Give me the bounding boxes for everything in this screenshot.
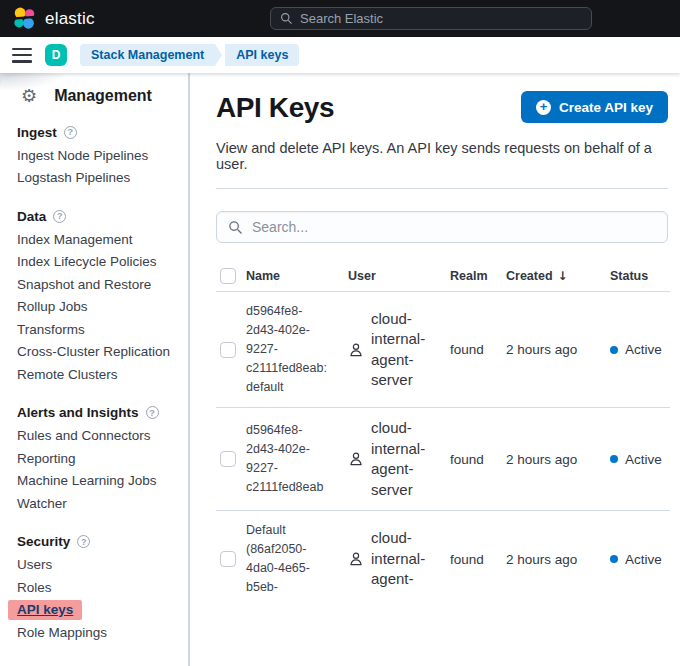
api-key-name: d5964fe8- 2d43-402e- 9227- c2111fed8eab	[246, 421, 348, 497]
content-area: ⚙ Management Ingest ? Ingest Node Pipeli…	[0, 73, 680, 666]
api-key-user: cloud- internal- agent- server	[348, 418, 450, 500]
management-sidebar: ⚙ Management Ingest ? Ingest Node Pipeli…	[0, 73, 190, 666]
api-key-realm: found	[450, 452, 506, 467]
sidebar-item-remote-clusters[interactable]: Remote Clusters	[17, 363, 188, 386]
section-label-text: Security	[17, 534, 70, 549]
sidebar-item-api-keys[interactable]: API keys	[17, 599, 188, 622]
create-api-key-button[interactable]: + Create API key	[521, 91, 668, 123]
api-key-status: Active	[610, 342, 670, 357]
status-badge: Active	[625, 342, 662, 357]
deployment-badge[interactable]: D	[45, 44, 67, 66]
sidebar-title: Management	[54, 87, 152, 105]
menu-hamburger-icon[interactable]	[12, 48, 32, 63]
api-keys-search-input[interactable]	[252, 219, 656, 235]
row-checkbox[interactable]	[220, 551, 236, 567]
column-header-realm[interactable]: Realm	[450, 269, 506, 283]
sidebar-item-roles[interactable]: Roles	[17, 576, 188, 599]
help-icon[interactable]: ?	[77, 535, 90, 548]
active-status-dot-icon	[610, 346, 618, 354]
search-icon	[228, 220, 243, 235]
sidebar-item-machine-learning-jobs[interactable]: Machine Learning Jobs	[17, 470, 188, 493]
plus-in-circle-icon: +	[536, 100, 551, 115]
sidebar-item-rules-and-connectors[interactable]: Rules and Connectors	[17, 425, 188, 448]
sidebar-section-ingest: Ingest ? Ingest Node Pipelines Logstash …	[17, 120, 188, 189]
section-label-data: Data ?	[17, 204, 188, 228]
api-key-user: cloud- internal- agent- server	[348, 309, 450, 391]
sidebar-item-index-lifecycle-policies[interactable]: Index Lifecycle Policies	[17, 251, 188, 274]
breadcrumb-stack-management[interactable]: Stack Management	[80, 44, 215, 66]
breadcrumb-api-keys[interactable]: API keys	[225, 44, 299, 66]
help-icon[interactable]: ?	[53, 210, 66, 223]
column-header-status[interactable]: Status	[610, 269, 670, 283]
sidebar-header: ⚙ Management	[21, 87, 188, 105]
user-icon	[348, 342, 364, 358]
sidebar-item-ingest-node-pipelines[interactable]: Ingest Node Pipelines	[17, 144, 188, 167]
help-icon[interactable]: ?	[64, 126, 77, 139]
section-label-alerts-and-insights: Alerts and Insights ?	[17, 401, 188, 425]
sidebar-section-data: Data ? Index Management Index Lifecycle …	[17, 204, 188, 386]
table-row: d5964fe8- 2d43-402e- 9227- c2111fed8eab …	[216, 408, 670, 511]
api-key-status: Active	[610, 552, 670, 567]
sidebar-item-reporting[interactable]: Reporting	[17, 447, 188, 470]
section-label-text: Ingest	[17, 125, 57, 140]
active-status-dot-icon	[610, 555, 618, 563]
sidebar-item-index-management[interactable]: Index Management	[17, 228, 188, 251]
help-icon[interactable]: ?	[146, 406, 159, 419]
section-label-security: Security ?	[17, 530, 188, 554]
breadcrumb-bar: D Stack Management API keys	[0, 37, 680, 73]
active-status-dot-icon	[610, 455, 618, 463]
table-header-row: Name User Realm Created ↓ Status	[216, 261, 670, 292]
breadcrumb: Stack Management API keys	[80, 44, 299, 66]
api-key-realm: found	[450, 552, 506, 567]
page-title: API Keys	[216, 91, 334, 125]
sidebar-item-watcher[interactable]: Watcher	[17, 492, 188, 515]
api-key-realm: found	[450, 342, 506, 357]
column-header-created[interactable]: Created ↓	[506, 269, 610, 283]
row-checkbox[interactable]	[220, 342, 236, 358]
global-search-input[interactable]	[300, 11, 582, 26]
api-key-name: d5964fe8- 2d43-402e- 9227- c2111fed8eab:…	[246, 302, 348, 397]
horizontal-divider	[216, 188, 668, 189]
sort-desc-arrow-icon: ↓	[558, 269, 568, 283]
sidebar-item-transforms[interactable]: Transforms	[17, 318, 188, 341]
create-api-key-label: Create API key	[559, 100, 653, 115]
status-badge: Active	[625, 552, 662, 567]
section-label-text: Data	[17, 209, 46, 224]
page-description: View and delete API keys. An API key sen…	[216, 140, 672, 172]
sidebar-item-snapshot-and-restore[interactable]: Snapshot and Restore	[17, 273, 188, 296]
brand-text: elastic	[45, 9, 95, 29]
top-navigation-bar: elastic	[0, 0, 680, 37]
sidebar-section-security: Security ? Users Roles API keys Role Map…	[17, 530, 188, 644]
search-icon	[280, 12, 293, 25]
api-key-created: 2 hours ago	[506, 552, 610, 567]
api-key-status: Active	[610, 452, 670, 467]
gear-icon: ⚙	[21, 87, 37, 105]
elastic-logo-icon	[12, 6, 37, 31]
table-row: Default (86af2050- 4da0-4e65- b5eb- clou…	[216, 511, 670, 607]
user-icon	[348, 451, 364, 467]
column-header-user[interactable]: User	[348, 269, 450, 283]
elastic-logo[interactable]: elastic	[0, 6, 95, 31]
global-search[interactable]	[270, 7, 592, 30]
status-badge: Active	[625, 452, 662, 467]
sidebar-section-alerts-and-insights: Alerts and Insights ? Rules and Connecto…	[17, 401, 188, 515]
sidebar-item-rollup-jobs[interactable]: Rollup Jobs	[17, 296, 188, 319]
sidebar-item-users[interactable]: Users	[17, 554, 188, 577]
section-label-text: Alerts and Insights	[17, 405, 139, 420]
api-key-created: 2 hours ago	[506, 452, 610, 467]
api-key-user: cloud- internal- agent-	[348, 528, 450, 590]
select-all-checkbox[interactable]	[220, 268, 236, 284]
main-panel: API Keys + Create API key View and delet…	[190, 73, 680, 666]
api-key-created: 2 hours ago	[506, 342, 610, 357]
api-keys-table: Name User Realm Created ↓ Status d5964fe…	[216, 261, 670, 607]
column-header-name[interactable]: Name	[246, 269, 348, 283]
row-checkbox[interactable]	[220, 451, 236, 467]
sidebar-item-role-mappings[interactable]: Role Mappings	[17, 621, 188, 644]
sidebar-item-cross-cluster-replication[interactable]: Cross-Cluster Replication	[17, 341, 188, 364]
api-keys-search[interactable]	[216, 211, 668, 243]
created-label: Created	[506, 269, 553, 283]
sidebar-item-logstash-pipelines[interactable]: Logstash Pipelines	[17, 167, 188, 190]
section-label-ingest: Ingest ?	[17, 120, 188, 144]
table-row: d5964fe8- 2d43-402e- 9227- c2111fed8eab:…	[216, 292, 670, 408]
user-icon	[348, 551, 364, 567]
